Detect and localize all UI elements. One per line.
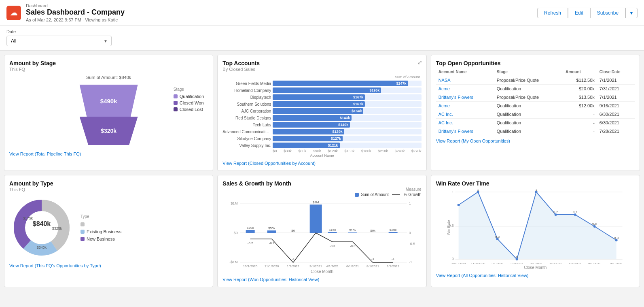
bar-row: Silodyne Company $127k: [222, 136, 421, 141]
header-left: ☁ Dashboard Sales Dashboard - Company As…: [6, 3, 125, 22]
top-accounts-link[interactable]: View Report (Closed Opportunities by Acc…: [222, 161, 421, 166]
opp-account[interactable]: Brittany's Flowers: [436, 93, 494, 102]
bar-fill: $167k: [273, 94, 365, 100]
bar-fill: $140k: [273, 122, 350, 128]
bar-jun: [348, 232, 357, 233]
top-accounts-title: Top Accounts: [222, 60, 421, 66]
bar-bg: $167k: [273, 94, 421, 100]
legend-item-dash: -: [80, 222, 121, 227]
top-open-opps-title: Top Open Opportunities: [436, 60, 635, 66]
opp-account[interactable]: NASA: [436, 76, 494, 85]
edit-button[interactable]: Edit: [568, 8, 590, 18]
legend-label-closed-lost: Closed Lost: [180, 107, 203, 112]
win-rate-link[interactable]: View Report (All Opportunities: Historic…: [436, 273, 635, 278]
win-rate-panel: Win Rate Over Time 1 0.5 0 Win Rate: [431, 175, 640, 287]
amount-by-stage-panel: Amount by Stage This FQ Sum of Amount: $…: [4, 55, 213, 171]
opp-stage: Qualification: [494, 102, 563, 110]
bar-bg: $129k: [273, 129, 421, 134]
bar-fill: $121k: [273, 143, 339, 148]
opp-close-date: 9/16/2021: [597, 102, 635, 110]
date-filter-select[interactable]: All: [6, 36, 112, 46]
legend-sum-amount: Sum of Amount: [355, 192, 388, 197]
header: ☁ Dashboard Sales Dashboard - Company As…: [0, 0, 644, 26]
bar-value: $247k: [396, 81, 407, 85]
top-accounts-subtitle: By Closed Sales: [222, 67, 421, 72]
opp-account[interactable]: Acme: [436, 102, 494, 110]
bar-row: Homeland Company $196k: [222, 87, 421, 93]
bar-bg: $164k: [273, 108, 421, 114]
dropdown-button[interactable]: ▼: [625, 8, 638, 18]
bar-value: $143k: [340, 116, 350, 120]
opp-close-date: 7/1/2021: [597, 76, 635, 85]
win-rate-point-0: [457, 204, 460, 206]
filter-bar: Date All: [0, 26, 644, 51]
legend-dot-sum: [355, 193, 359, 197]
svg-text:$0: $0: [234, 231, 238, 235]
bar-row: Red Studio Designs $143k: [222, 115, 421, 121]
svg-text:0: 0: [409, 231, 411, 235]
svg-text:6/1/2021: 6/1/2021: [569, 262, 582, 264]
subscribe-button[interactable]: Subscribe: [590, 8, 625, 18]
bar-row: Green Fields Media $247k: [222, 81, 421, 86]
bar-row: AJC Corporation $164k: [222, 108, 421, 114]
opp-close-date: 7/1/2021: [597, 93, 635, 102]
svg-text:1/1/2021: 1/1/2021: [287, 264, 300, 267]
svg-text:4/1/2021: 4/1/2021: [326, 264, 339, 267]
opp-close-date: 6/30/2021: [597, 110, 635, 119]
bar-row: Southern Solutions $167k: [222, 101, 421, 107]
opp-account[interactable]: Acme: [436, 85, 494, 93]
donut-wrap: $840k $175k $325k $340k Type - Existing …: [9, 195, 208, 260]
amount-by-type-subtitle: This FQ: [9, 187, 208, 192]
refresh-button[interactable]: Refresh: [537, 8, 568, 18]
svg-text:$1M: $1M: [231, 201, 238, 205]
svg-text:$1M: $1M: [313, 200, 319, 204]
legend-item-new: New Business: [80, 237, 121, 241]
bar-label: Green Fields Media: [222, 81, 271, 86]
expand-icon[interactable]: ⤢: [417, 59, 422, 66]
opp-close-date: 6/30/2021: [597, 119, 635, 127]
sales-growth-link[interactable]: View Report (Won Opportunities: Historic…: [222, 277, 421, 282]
bar-value: $127k: [331, 136, 341, 141]
svg-text:$70k: $70k: [247, 226, 254, 230]
svg-text:$175k: $175k: [23, 216, 33, 220]
bar-label: AJC Corporation: [222, 109, 271, 113]
opp-close-date: 7/28/2021: [597, 127, 635, 136]
sales-x-label: Close Month: [222, 269, 421, 274]
bar-row: Tech Labs $140k: [222, 122, 421, 128]
svg-text:0.3: 0.3: [495, 235, 500, 239]
bar-value: $140k: [338, 123, 348, 127]
amount-by-stage-link[interactable]: View Report (Total Pipeline This FQ): [9, 151, 208, 156]
col-account: Account Name: [436, 68, 494, 76]
opp-account[interactable]: AC Inc.: [436, 119, 494, 127]
win-rate-title: Win Rate Over Time: [436, 180, 635, 187]
svg-text:1: 1: [409, 201, 411, 205]
bar-fill: $167k: [273, 101, 365, 107]
dashboard: Amount by Stage This FQ Sum of Amount: $…: [0, 51, 644, 291]
table-row: AC Inc. Qualification - 6/30/2021: [436, 110, 635, 119]
legend-label-qualification: Qualification: [180, 94, 204, 99]
opp-account[interactable]: Brittany's Flowers: [436, 127, 494, 136]
opp-stage: Qualification: [494, 85, 563, 93]
svg-text:$20k: $20k: [390, 228, 397, 232]
opp-account[interactable]: AC Inc.: [436, 110, 494, 119]
bar-value: $167k: [353, 95, 363, 99]
bar-nov: [267, 230, 276, 233]
bar-bg: $196k: [273, 87, 421, 93]
amount-by-type-title: Amount by Type: [9, 180, 208, 187]
svg-text:0.3: 0.3: [614, 236, 619, 240]
sales-growth-title: Sales & Growth by Month: [222, 180, 421, 187]
svg-text:$325k: $325k: [52, 226, 62, 230]
svg-text:-$1M: -$1M: [229, 260, 238, 264]
amount-by-type-link[interactable]: View Report (This FQ's Opportunities by …: [9, 263, 208, 268]
bar-mar: [310, 205, 322, 233]
svg-text:9/1/2021: 9/1/2021: [610, 262, 623, 264]
donut-chart: $840k $175k $325k $340k: [9, 195, 74, 260]
page-title: Sales Dashboard - Company: [26, 8, 125, 17]
svg-text:0.7: 0.7: [573, 210, 578, 214]
bar-chart-wrap: Green Fields Media $247k Homeland Compan…: [222, 81, 421, 148]
filter-label: Date: [6, 29, 638, 34]
amount-by-stage-subtitle: This FQ: [9, 67, 208, 72]
opp-stage: Proposal/Price Quote: [494, 76, 563, 85]
bar-fill: $143k: [273, 115, 352, 121]
top-open-opps-link[interactable]: View Report (My Open Opportunities): [436, 139, 635, 143]
